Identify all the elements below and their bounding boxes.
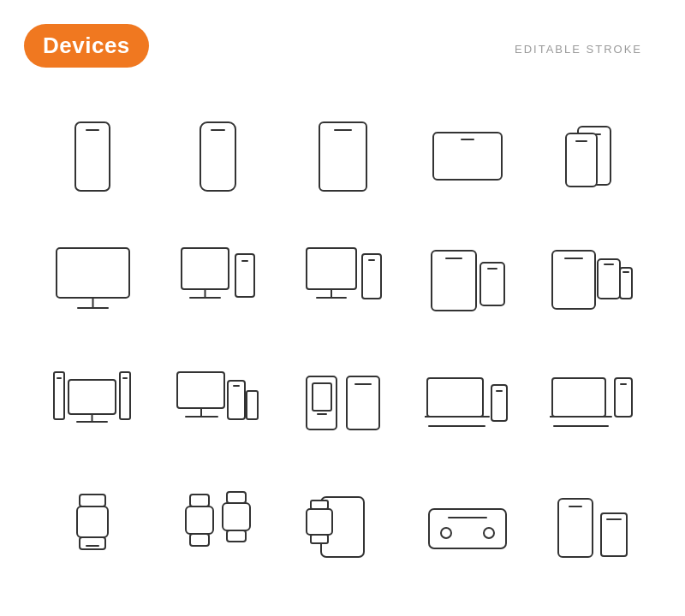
devices-badge: Devices (24, 24, 149, 68)
icon-smartphone-rounded (159, 98, 276, 214)
svg-rect-82 (311, 535, 328, 543)
svg-rect-16 (182, 248, 229, 289)
svg-rect-77 (227, 492, 246, 503)
svg-rect-73 (186, 506, 213, 534)
svg-rect-81 (311, 500, 328, 509)
icon-phone-tower (534, 471, 651, 586)
svg-rect-4 (319, 122, 366, 191)
icon-tablet-landscape (409, 98, 526, 214)
svg-rect-83 (429, 509, 506, 548)
icon-laptop-tablet (534, 346, 651, 462)
icon-desktop-tower-tv (34, 346, 151, 462)
svg-rect-80 (307, 509, 332, 535)
svg-rect-54 (313, 383, 331, 411)
svg-rect-46 (177, 372, 224, 408)
icon-computer-tower (159, 222, 276, 338)
svg-rect-38 (54, 372, 64, 419)
svg-rect-76 (223, 503, 250, 530)
badge-label: Devices (43, 33, 130, 59)
svg-rect-63 (552, 378, 605, 417)
svg-rect-28 (432, 251, 476, 311)
svg-rect-12 (57, 248, 129, 298)
svg-rect-70 (80, 495, 105, 506)
svg-rect-78 (227, 530, 246, 542)
icon-smartphone (34, 98, 151, 214)
editable-stroke-label: EDITABLE STROKE (515, 43, 642, 56)
icon-tablet (284, 98, 401, 214)
svg-rect-75 (190, 534, 209, 546)
icon-all-devices-set (534, 222, 651, 338)
icon-tablet-phone-set (409, 222, 526, 338)
icon-monitor-tablet (284, 222, 401, 338)
svg-rect-68 (77, 506, 108, 537)
svg-rect-87 (558, 499, 593, 557)
svg-rect-74 (190, 495, 209, 506)
svg-rect-40 (68, 380, 116, 414)
icon-phone-watch-stack (284, 471, 401, 586)
icon-smartwatch-band (159, 471, 276, 586)
svg-rect-52 (247, 391, 258, 419)
icon-laptop-phone (409, 346, 526, 462)
svg-rect-71 (80, 537, 105, 549)
svg-rect-32 (552, 251, 595, 309)
icon-monitor (34, 222, 151, 338)
icon-tower-tablet (284, 346, 401, 462)
icon-multi-device-phones (534, 98, 651, 214)
svg-rect-58 (427, 378, 483, 417)
svg-rect-0 (75, 122, 110, 191)
icons-grid (34, 98, 651, 586)
icon-smartwatch (34, 471, 151, 586)
svg-point-86 (484, 528, 494, 538)
icon-desktop-tablet-phone (159, 346, 276, 462)
svg-rect-2 (200, 122, 235, 191)
svg-point-85 (441, 528, 451, 538)
icon-game-controller (409, 471, 526, 586)
svg-rect-22 (307, 248, 356, 289)
svg-rect-44 (120, 372, 130, 419)
